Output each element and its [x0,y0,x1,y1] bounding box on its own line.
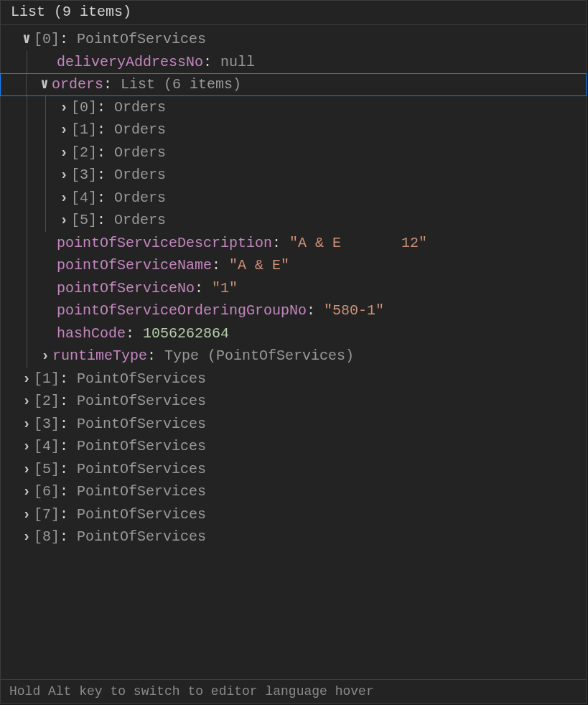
chevron-down-icon[interactable]: ∨ [37,73,52,96]
tree-row-root-6[interactable]: › [6]: PointOfServices [1,480,586,503]
tree-row-deliveryAddressNo[interactable]: deliveryAddressNo: null [1,51,586,74]
prop-key: hashCode [57,322,126,345]
index-label: [0] [34,28,60,51]
index-label: [8] [34,526,60,548]
index-label: [5] [34,458,60,481]
tree-row-orders-5[interactable]: › [5]: Orders [1,209,586,232]
type-label: PointOfServices [77,458,206,481]
tree-row-root-4[interactable]: › [4]: PointOfServices [1,435,586,458]
prop-key: pointOfServiceName [57,254,212,277]
tree-row-posName[interactable]: pointOfServiceName: "A & E" [1,254,586,277]
debug-hover-panel: List (9 items) ∨ [0]: PointOfServices de… [0,0,587,704]
tree-row-posNo[interactable]: pointOfServiceNo: "1" [1,277,586,300]
type-label: Orders [114,209,166,232]
chevron-right-icon[interactable]: › [57,141,71,164]
prop-key: deliveryAddressNo [57,51,203,74]
tree-row-root-7[interactable]: › [7]: PointOfServices [1,503,586,526]
panel-footer-hint: Hold Alt key to switch to editor languag… [1,679,586,703]
type-label: PointOfServices [77,368,206,391]
index-label: [7] [34,503,60,526]
type-label: PointOfServices [77,28,206,51]
tree-row-orders[interactable]: ∨ orders: List (6 items) [0,73,587,96]
prop-key: pointOfServiceNo [57,277,195,300]
tree-row-orders-3[interactable]: › [3]: Orders [1,164,586,187]
prop-key: runtimeType [52,345,147,368]
chevron-right-icon[interactable]: › [19,368,34,391]
index-label: [2] [34,390,60,413]
tree-row-posDescription[interactable]: pointOfServiceDescription: "A & E 12" [1,232,586,255]
tree-row-root-2[interactable]: › [2]: PointOfServices [1,390,586,413]
type-label: Type (PointOfServices) [164,345,354,368]
index-label: [4] [34,435,60,458]
index-label: [5] [71,209,97,232]
chevron-right-icon[interactable]: › [19,413,34,436]
chevron-right-icon[interactable]: › [19,503,34,526]
index-label: [1] [34,368,60,391]
index-label: [3] [71,164,97,187]
index-label: [2] [71,141,97,164]
chevron-right-icon[interactable]: › [19,458,34,481]
type-label: PointOfServices [77,503,206,526]
tree-row-orders-1[interactable]: › [1]: Orders [1,118,586,141]
type-label: PointOfServices [77,526,206,548]
type-label: PointOfServices [77,413,206,436]
prop-value: "580-1" [324,299,384,322]
type-label: Orders [114,187,166,210]
tree-row-orders-2[interactable]: › [2]: Orders [1,141,586,164]
type-label: List (6 items) [121,73,241,96]
prop-value: "A & E 12" [289,232,427,255]
chevron-right-icon[interactable]: › [38,345,52,368]
chevron-right-icon[interactable]: › [19,435,34,458]
tree-row-root-1[interactable]: › [1]: PointOfServices [1,368,586,391]
tree-row-root-8[interactable]: › [8]: PointOfServices [1,526,586,548]
prop-value: null [220,51,255,74]
type-label: Orders [114,141,166,164]
chevron-right-icon[interactable]: › [19,390,34,413]
type-label: PointOfServices [77,390,206,413]
type-label: Orders [114,164,166,187]
prop-value: "1" [212,277,238,300]
index-label: [4] [71,187,97,210]
type-label: Orders [114,118,166,141]
tree-row-runtimeType[interactable]: › runtimeType: Type (PointOfServices) [1,345,586,368]
index-label: [6] [34,480,60,503]
prop-key: orders [52,73,103,96]
tree-row-root-3[interactable]: › [3]: PointOfServices [1,413,586,436]
index-label: [3] [34,413,60,436]
type-label: Orders [114,96,166,119]
prop-value: 1056262864 [143,322,229,345]
chevron-right-icon[interactable]: › [57,187,71,210]
chevron-right-icon[interactable]: › [19,480,34,503]
tree-body: ∨ [0]: PointOfServices deliveryAddressNo… [1,25,586,679]
chevron-right-icon[interactable]: › [57,164,71,187]
type-label: PointOfServices [77,480,206,503]
tree-row-hashCode[interactable]: hashCode: 1056262864 [1,322,586,345]
tree-row-root-5[interactable]: › [5]: PointOfServices [1,458,586,481]
tree-row-posOrderingGroupNo[interactable]: pointOfServiceOrderingGroupNo: "580-1" [1,299,586,322]
chevron-right-icon[interactable]: › [19,526,34,548]
index-label: [1] [71,118,97,141]
prop-key: pointOfServiceDescription [57,232,272,255]
type-label: PointOfServices [77,435,206,458]
chevron-down-icon[interactable]: ∨ [19,28,34,51]
index-label: [0] [71,96,97,119]
tree-row-root-0[interactable]: ∨ [0]: PointOfServices [1,28,586,51]
chevron-right-icon[interactable]: › [57,209,71,232]
tree-row-orders-4[interactable]: › [4]: Orders [1,187,586,210]
panel-header: List (9 items) [1,1,586,25]
prop-key: pointOfServiceOrderingGroupNo [57,299,307,322]
chevron-right-icon[interactable]: › [57,96,71,119]
tree-row-orders-0[interactable]: › [0]: Orders [1,96,586,119]
prop-value: "A & E" [229,254,289,277]
chevron-right-icon[interactable]: › [57,118,71,141]
